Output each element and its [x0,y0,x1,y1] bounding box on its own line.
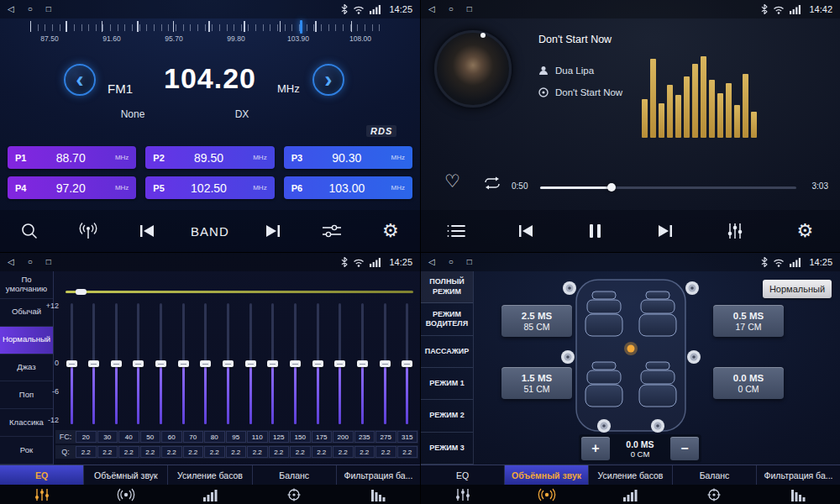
surround-dock-button[interactable] [505,485,589,504]
audio-tab[interactable]: EQ [0,465,84,485]
back-icon[interactable]: ◁ [8,5,14,13]
settings-button[interactable]: ⚙ [375,214,406,248]
delay-front-left-button[interactable]: 2.5 MS 85 CM [501,305,572,337]
fc-value-cell[interactable]: 60 [161,431,182,443]
q-value-cell[interactable]: 2.2 [161,446,182,458]
fc-value-cell[interactable]: 175 [312,431,333,443]
delay-minus-button[interactable]: − [670,437,699,460]
eq-band-slider[interactable] [133,303,144,424]
preset-button[interactable]: P6 103.00 MHz [284,176,412,199]
balance-dock-button[interactable] [672,485,756,504]
home-icon[interactable]: ○ [449,5,454,13]
fc-value-cell[interactable]: 40 [118,431,139,443]
delay-plus-button[interactable]: + [581,437,610,460]
eq-band-slider[interactable] [88,303,100,424]
audio-tab[interactable]: Баланс [673,465,757,485]
delay-rear-left-button[interactable]: 1.5 MS 51 CM [501,367,572,399]
master-slider-handle[interactable] [76,289,87,295]
fc-value-cell[interactable]: 20 [76,431,97,443]
surround-mode-item[interactable]: РЕЖИМ 1 [421,368,473,400]
fc-value-cell[interactable]: 315 [397,431,418,443]
tune-down-button[interactable]: ‹ [64,64,96,96]
pause-button[interactable] [580,214,611,248]
audio-tab[interactable]: Баланс [253,465,337,485]
back-icon[interactable]: ◁ [8,258,14,266]
delay-rear-right-button[interactable]: 0.0 MS 0 CM [713,367,784,399]
surround-mode-item[interactable]: ПОЛНЫЙ РЕЖИМ [421,271,473,303]
fc-value-cell[interactable]: 125 [269,431,290,443]
eq-preset-item[interactable]: Нормальный [0,327,53,354]
eq-band-slider[interactable] [177,303,189,424]
fc-value-cell[interactable]: 80 [204,431,225,443]
fc-value-cell[interactable]: 95 [226,431,247,443]
next-station-button[interactable] [258,214,288,248]
eq-dock-button[interactable] [421,485,505,504]
back-icon[interactable]: ◁ [428,258,435,266]
recents-icon[interactable]: □ [46,258,51,266]
home-icon[interactable]: ○ [28,258,33,266]
fc-value-cell[interactable]: 275 [375,431,396,443]
surround-dock-button[interactable] [84,485,168,504]
audio-tab[interactable]: Объёмный звук [84,465,168,485]
filter-dock-button[interactable] [336,485,420,504]
audio-tab[interactable]: EQ [421,465,505,485]
delay-front-right-button[interactable]: 0.5 MS 17 CM [713,305,784,337]
audio-tab[interactable]: Усиление басов [168,465,252,485]
q-value-cell[interactable]: 2.2 [97,446,118,458]
preset-button[interactable]: P1 88.70 MHz [8,146,136,169]
eq-band-slider[interactable] [155,303,167,424]
q-value-cell[interactable]: 2.2 [312,446,333,458]
eq-band-slider[interactable] [66,303,77,424]
q-value-cell[interactable]: 2.2 [290,446,311,458]
eq-band-slider[interactable] [312,303,323,424]
eq-band-slider[interactable] [379,303,391,424]
recents-icon[interactable]: □ [46,5,51,13]
eq-band-slider[interactable] [244,303,256,424]
q-value-cell[interactable]: 2.2 [354,446,375,458]
eq-band-slider[interactable] [223,303,234,424]
home-icon[interactable]: ○ [449,258,454,266]
progress-knob[interactable] [607,183,616,192]
fc-value-cell[interactable]: 30 [97,431,118,443]
audio-tab[interactable]: Объёмный звук [505,465,589,485]
eq-band-slider[interactable] [357,303,369,424]
eq-band-slider[interactable] [334,303,346,424]
favorite-button[interactable]: ♡ [444,171,460,192]
eq-band-slider[interactable] [290,303,302,424]
preset-button[interactable]: P3 90.30 MHz [284,146,412,169]
scan-stations-button[interactable] [73,214,103,248]
recents-icon[interactable]: □ [467,258,472,266]
mixer-button[interactable] [720,214,750,248]
eq-band-slider[interactable] [200,303,212,424]
audio-tab[interactable]: Фильтрация ба... [337,465,420,485]
eq-preset-item[interactable]: Рок [0,437,53,465]
tune-up-button[interactable]: › [312,64,344,96]
fc-value-cell[interactable]: 70 [183,431,204,443]
playlist-button[interactable] [441,214,471,248]
q-value-cell[interactable]: 2.2 [204,446,225,458]
repeat-button[interactable] [483,176,501,190]
q-value-cell[interactable]: 2.2 [375,446,396,458]
bass-boost-dock-button[interactable] [168,485,252,504]
surround-mode-item[interactable]: ПАССАЖИР [421,336,473,368]
band-button[interactable]: BAND [191,214,229,248]
q-value-cell[interactable]: 2.2 [397,446,418,458]
fc-value-cell[interactable]: 110 [247,431,268,443]
eq-preset-item[interactable]: По умолчанию [0,271,53,299]
progress-bar[interactable] [540,186,796,189]
tune-settings-button[interactable] [317,214,347,248]
balance-dock-button[interactable] [252,485,336,504]
fc-value-cell[interactable]: 50 [140,431,161,443]
q-value-cell[interactable]: 2.2 [76,446,97,458]
preset-button[interactable]: P4 97.20 MHz [8,176,136,199]
q-value-cell[interactable]: 2.2 [226,446,247,458]
surround-mode-item[interactable]: РЕЖИМ 2 [421,400,473,432]
prev-track-button[interactable] [511,214,541,248]
q-value-cell[interactable]: 2.2 [247,446,268,458]
eq-band-slider[interactable] [110,303,122,424]
settings-button[interactable]: ⚙ [790,214,820,248]
fc-value-cell[interactable]: 200 [333,431,354,443]
filter-dock-button[interactable] [756,485,840,504]
audio-tab[interactable]: Усиление басов [589,465,673,485]
search-button[interactable] [14,214,45,248]
